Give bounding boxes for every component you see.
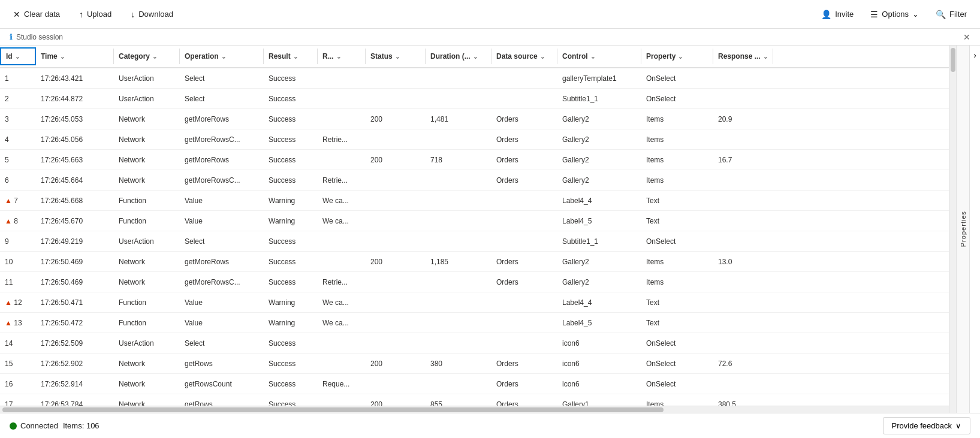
sort-icon-time: ⌄ — [60, 53, 65, 60]
clear-data-button[interactable]: ✕ Clear data — [10, 7, 64, 22]
col-r-label: R... — [322, 52, 334, 61]
table-cell: Text — [641, 215, 713, 228]
invite-button[interactable]: 👤 Invite — [818, 7, 857, 22]
connected-dot — [10, 422, 17, 430]
table-cell: 6 — [0, 174, 36, 187]
download-button[interactable]: ↓ Download — [127, 7, 177, 22]
table-row[interactable]: 317:26:45.053NetworkgetMoreRowsSuccess20… — [0, 109, 949, 129]
table-cell: Warning — [264, 215, 318, 228]
col-header-duration[interactable]: Duration (... ⌄ — [426, 49, 491, 64]
col-header-category[interactable]: Category ⌄ — [114, 49, 180, 64]
col-header-r[interactable]: R... ⌄ — [318, 49, 366, 64]
filter-label: Filter — [949, 10, 967, 19]
options-button[interactable]: ☰ Options ⌄ — [867, 7, 922, 22]
h-scroll[interactable] — [0, 406, 949, 413]
table-row[interactable]: 1117:26:50.469NetworkgetMoreRowsC...Succ… — [0, 272, 949, 292]
col-header-datasource[interactable]: Data source ⌄ — [491, 49, 557, 64]
table-cell — [366, 341, 426, 346]
table-row[interactable]: 1517:26:52.902NetworkgetRowsSuccess20038… — [0, 354, 949, 374]
side-panel-arrow[interactable]: › — [969, 46, 980, 413]
table-cell: 17:26:52.509 — [36, 337, 114, 350]
table-row[interactable]: 117:26:43.421UserActionSelectSuccessgall… — [0, 68, 949, 89]
table-cell: 1,481 — [426, 113, 491, 126]
info-icon: ℹ — [10, 32, 13, 41]
table-cell: 11 — [0, 276, 36, 289]
col-header-status[interactable]: Status ⌄ — [366, 49, 426, 64]
col-status-label: Status — [370, 52, 393, 61]
table-cell: 17:26:50.471 — [36, 296, 114, 309]
table-cell — [426, 96, 491, 101]
table-cell: Success — [264, 153, 318, 167]
table-row[interactable]: 1417:26:52.509UserActionSelectSuccessico… — [0, 333, 949, 354]
table-cell: 1,185 — [426, 255, 491, 268]
v-scroll-track[interactable] — [949, 46, 956, 413]
table-row[interactable]: ▲ 1317:26:50.472FunctionValueWarningWe c… — [0, 313, 949, 333]
table-cell: Select — [180, 92, 264, 105]
table-cell — [713, 198, 773, 203]
col-category-label: Category — [119, 52, 150, 61]
table-cell: Success — [264, 113, 318, 126]
v-scroll-thumb[interactable] — [951, 48, 955, 72]
toolbar: ✕ Clear data ↑ Upload ↓ Download 👤 Invit… — [0, 0, 980, 29]
table-row[interactable]: 217:26:44.872UserActionSelectSuccessSubt… — [0, 89, 949, 109]
table-cell: 200 — [366, 398, 426, 406]
table-cell: 17 — [0, 398, 36, 406]
table-row[interactable]: 1617:26:52.914NetworkgetRowsCountSuccess… — [0, 374, 949, 394]
col-header-id[interactable]: Id ⌄ — [0, 47, 36, 65]
table-row[interactable]: 417:26:45.056NetworkgetMoreRowsC...Succe… — [0, 129, 949, 150]
table-cell — [713, 300, 773, 305]
table-row[interactable]: 617:26:45.664NetworkgetMoreRowsC...Succe… — [0, 170, 949, 191]
download-icon: ↓ — [131, 10, 135, 19]
table-cell: Items — [641, 255, 713, 268]
table-cell: Orders — [491, 377, 557, 391]
table-row[interactable]: 1017:26:50.469NetworkgetMoreRowsSuccess2… — [0, 252, 949, 272]
table-cell: getMoreRows — [180, 153, 264, 167]
table-row[interactable]: 917:26:49.219UserActionSelectSuccessSubt… — [0, 231, 949, 252]
table-cell: Value — [180, 316, 264, 330]
col-response-label: Response ... — [718, 52, 761, 61]
table-cell: Value — [180, 296, 264, 309]
provide-feedback-button[interactable]: Provide feedback ∨ — [883, 417, 970, 434]
table-cell: getMoreRowsC... — [180, 133, 264, 146]
table-cell: 1 — [0, 72, 36, 85]
table-container: Id ⌄ Time ⌄ Category ⌄ Operation ⌄ Resul… — [0, 46, 949, 413]
col-property-label: Property — [646, 52, 676, 61]
table-row[interactable]: 517:26:45.663NetworkgetMoreRowsSuccess20… — [0, 150, 949, 170]
side-panel-tab[interactable]: Properties — [956, 46, 969, 413]
table-row[interactable]: ▲ 717:26:45.668FunctionValueWarningWe ca… — [0, 191, 949, 211]
table-cell — [491, 219, 557, 223]
table-cell — [426, 280, 491, 285]
col-header-control[interactable]: Control ⌄ — [557, 49, 641, 64]
table-cell: Warning — [264, 194, 318, 207]
table-cell: icon6 — [557, 377, 641, 391]
h-scroll-thumb[interactable] — [2, 407, 664, 412]
col-header-operation[interactable]: Operation ⌄ — [180, 49, 264, 64]
filter-button[interactable]: 🔍 Filter — [932, 7, 970, 22]
table-cell: Items — [641, 153, 713, 167]
table-row[interactable]: ▲ 1217:26:50.471FunctionValueWarningWe c… — [0, 292, 949, 313]
options-icon: ☰ — [870, 10, 878, 19]
session-close-button[interactable]: ✕ — [963, 32, 970, 42]
col-header-response[interactable]: Response ... ⌄ — [713, 49, 773, 64]
table-row[interactable]: ▲ 817:26:45.670FunctionValueWarningWe ca… — [0, 211, 949, 231]
table-cell: 380.5 — [713, 398, 773, 406]
sort-icon-control: ⌄ — [590, 53, 595, 60]
col-header-property[interactable]: Property ⌄ — [641, 49, 713, 64]
upload-button[interactable]: ↑ Upload — [76, 7, 115, 22]
table-cell: 16.7 — [713, 153, 773, 167]
table-cell: Label4_4 — [557, 296, 641, 309]
table-cell: Orders — [491, 357, 557, 370]
session-text: Studio session — [16, 33, 63, 41]
col-header-time[interactable]: Time ⌄ — [36, 49, 114, 64]
table-cell: Items — [641, 276, 713, 289]
table-cell: getMoreRowsC... — [180, 276, 264, 289]
table-cell: 855 — [426, 398, 491, 406]
col-header-result[interactable]: Result ⌄ — [264, 49, 318, 64]
table-cell: 718 — [426, 153, 491, 167]
sort-icon-datasource: ⌄ — [540, 53, 545, 60]
table-cell — [426, 219, 491, 223]
table-cell: Value — [180, 215, 264, 228]
table-cell: Retrie... — [318, 133, 366, 146]
table-row[interactable]: 1717:26:53.784NetworkgetRowsSuccess20085… — [0, 394, 949, 406]
main-area: Id ⌄ Time ⌄ Category ⌄ Operation ⌄ Resul… — [0, 46, 980, 413]
